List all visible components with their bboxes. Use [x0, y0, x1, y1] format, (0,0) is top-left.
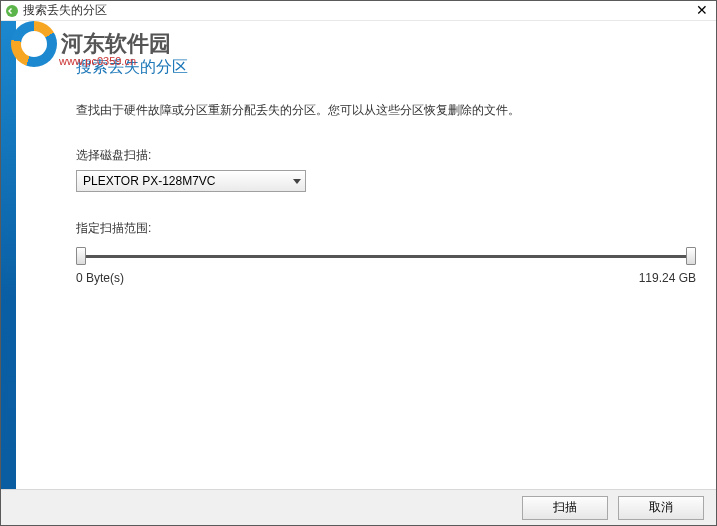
disk-select-value: PLEXTOR PX-128M7VC: [83, 174, 216, 188]
scan-range-label: 指定扫描范围:: [76, 220, 696, 237]
disk-select-label: 选择磁盘扫描:: [76, 147, 696, 164]
disk-select[interactable]: PLEXTOR PX-128M7VC: [76, 170, 306, 192]
scan-button[interactable]: 扫描: [522, 496, 608, 520]
dialog-body: 河东软件园 www.pc0359.cn 搜索丢失的分区 查找由于硬件故障或分区重…: [1, 21, 716, 490]
content-area: 河东软件园 www.pc0359.cn 搜索丢失的分区 查找由于硬件故障或分区重…: [16, 21, 716, 490]
scan-range-slider[interactable]: [76, 247, 696, 267]
page-title: 搜索丢失的分区: [76, 57, 696, 78]
dialog-window: 搜索丢失的分区 ✕ 河东软件园 www.pc0359.cn 搜索丢失的分区 查找…: [0, 0, 717, 526]
svg-point-0: [6, 5, 18, 17]
sidebar-accent: [1, 21, 16, 490]
description-text: 查找由于硬件故障或分区重新分配丢失的分区。您可以从这些分区恢复删除的文件。: [76, 102, 696, 119]
slider-handle-end[interactable]: [686, 247, 696, 265]
range-min: 0 Byte(s): [76, 271, 124, 285]
slider-track: [82, 255, 690, 258]
window-title: 搜索丢失的分区: [23, 2, 692, 19]
cancel-button[interactable]: 取消: [618, 496, 704, 520]
app-icon: [5, 4, 19, 18]
close-button[interactable]: ✕: [692, 2, 712, 20]
chevron-down-icon: [293, 179, 301, 184]
watermark-brand: 河东软件园: [61, 29, 171, 59]
watermark-logo-icon: [11, 21, 57, 67]
dialog-footer: 扫描 取消: [1, 489, 716, 525]
range-values: 0 Byte(s) 119.24 GB: [76, 271, 696, 285]
close-icon: ✕: [696, 2, 708, 18]
range-max: 119.24 GB: [639, 271, 696, 285]
titlebar: 搜索丢失的分区 ✕: [1, 1, 716, 21]
slider-handle-start[interactable]: [76, 247, 86, 265]
